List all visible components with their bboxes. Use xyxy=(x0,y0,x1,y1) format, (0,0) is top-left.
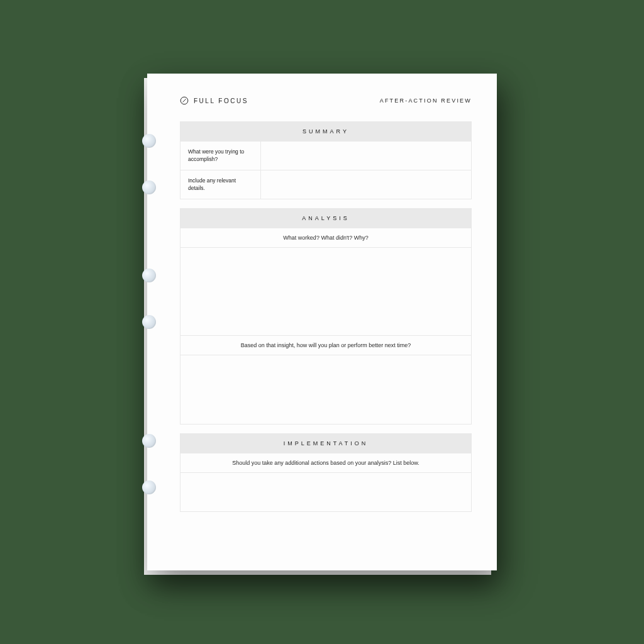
summary-row: What were you trying to accomplish? xyxy=(180,141,471,170)
binder-hole xyxy=(142,269,156,282)
page-sheet: FULL FOCUS AFTER-ACTION REVIEW SUMMARY W… xyxy=(147,74,497,570)
section-heading-summary: SUMMARY xyxy=(180,121,471,141)
brand: FULL FOCUS xyxy=(180,96,248,105)
summary-prompt-1: What were you trying to accomplish? xyxy=(180,142,261,170)
implementation-prompt: Should you take any additional actions b… xyxy=(180,453,471,472)
page-header: FULL FOCUS AFTER-ACTION REVIEW xyxy=(180,96,472,105)
binder-hole xyxy=(142,180,156,194)
section-heading-implementation: IMPLEMENTATION xyxy=(180,433,471,453)
analysis-prompt-1: What worked? What didn't? Why? xyxy=(180,228,471,247)
binder-hole xyxy=(142,480,156,494)
section-implementation: IMPLEMENTATION Should you take any addit… xyxy=(180,433,472,512)
implementation-input[interactable] xyxy=(180,472,471,511)
svg-line-1 xyxy=(183,99,186,103)
summary-input-1[interactable] xyxy=(261,142,471,170)
analysis-input-2[interactable] xyxy=(180,355,471,424)
analysis-input-1[interactable] xyxy=(180,247,471,335)
summary-prompt-2: Include any relevant details. xyxy=(180,170,261,199)
compass-icon xyxy=(180,96,189,105)
brand-name: FULL FOCUS xyxy=(194,97,248,104)
section-summary: SUMMARY What were you trying to accompli… xyxy=(180,121,472,199)
summary-input-2[interactable] xyxy=(261,170,471,199)
planner-page: FULL FOCUS AFTER-ACTION REVIEW SUMMARY W… xyxy=(147,74,497,570)
section-heading-analysis: ANALYSIS xyxy=(180,208,471,228)
binder-hole xyxy=(142,434,156,448)
analysis-prompt-2: Based on that insight, how will you plan… xyxy=(180,335,471,355)
summary-row: Include any relevant details. xyxy=(180,170,471,199)
binder-hole xyxy=(142,315,156,329)
section-analysis: ANALYSIS What worked? What didn't? Why? … xyxy=(180,208,472,425)
page-title: AFTER-ACTION REVIEW xyxy=(380,97,472,104)
binder-hole xyxy=(142,134,156,148)
